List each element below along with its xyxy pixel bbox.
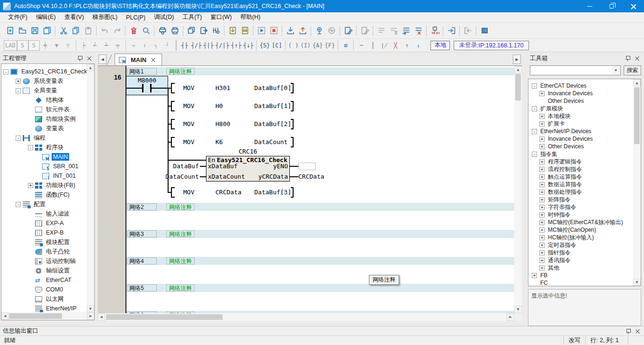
menu-plc[interactable]: PLC(P) (122, 13, 150, 22)
tree-item-fb-instance[interactable]: 功能块实例 (28, 114, 77, 124)
wire-up-button[interactable]: ↑ (139, 40, 151, 51)
network-label[interactable]: 网络3 (127, 230, 157, 237)
expander-icon[interactable] (28, 183, 33, 188)
set-coil-button[interactable]: {S} (259, 40, 271, 51)
expander-icon[interactable] (16, 202, 21, 207)
step-s2-button[interactable]: S (28, 40, 40, 51)
network-5-header[interactable]: 网络5 网络注释 (126, 284, 514, 292)
contact-open-button[interactable]: ┤├ (179, 40, 190, 51)
toolbox-item-fc[interactable]: FC (532, 279, 549, 286)
expander-icon[interactable] (16, 88, 21, 93)
vscroll-thumb[interactable] (515, 74, 521, 100)
network-2-header[interactable]: 网络2 网络注释 (126, 203, 514, 211)
expander-icon[interactable] (539, 182, 545, 187)
wire-right-button[interactable]: → (128, 40, 139, 51)
upload-button[interactable] (296, 25, 309, 37)
copy-button[interactable] (70, 25, 82, 37)
insert-node-button[interactable]: ╪ (40, 40, 51, 51)
scroll-right-icon[interactable]: ▶ (87, 312, 94, 320)
application-instruction-button[interactable]: {A} (312, 40, 324, 51)
hscroll-thumb[interactable] (106, 314, 223, 320)
tree-item-com0[interactable]: COM0 (28, 285, 64, 294)
contact-closed-button[interactable]: ┤/├ (190, 40, 203, 51)
pin-icon[interactable] (77, 55, 83, 62)
instruction-dst[interactable]: DataBuf[1] (254, 102, 291, 109)
instruction-op[interactable]: MOV (183, 102, 194, 109)
inverted-coil-button[interactable]: (I) (299, 40, 312, 51)
chevron-down-icon[interactable]: ▼ (612, 66, 620, 74)
variable-monitor-button[interactable] (210, 25, 222, 37)
insert-row-button[interactable] (400, 25, 412, 37)
instruction-op[interactable]: MOV (183, 189, 194, 196)
contact-down-pulse-button[interactable]: ┤↓├ (242, 40, 255, 51)
instruction-op[interactable]: MOV (183, 138, 194, 145)
expander-icon[interactable] (539, 136, 545, 142)
instruction-src[interactable]: H301 (215, 84, 230, 91)
tree-item-axis-group[interactable]: 轴组设置 (28, 266, 71, 275)
expander-icon[interactable] (532, 152, 537, 157)
monitor-button[interactable] (313, 25, 325, 37)
toolbox-item-other[interactable]: 其他 (539, 264, 561, 272)
expander-icon[interactable] (532, 273, 537, 278)
lad-mode-button[interactable]: LAD (4, 40, 17, 51)
toolbox-item-inovance-devices[interactable]: Inovance Devices (539, 135, 594, 143)
network-label[interactable]: 网络4 (127, 257, 157, 264)
delete-line-button[interactable]: ∤ (378, 40, 390, 51)
contact-up-pulse-button[interactable]: ┤↑├ (230, 40, 242, 51)
counter-button[interactable]: [C] (271, 40, 283, 51)
scroll-left-icon[interactable]: ◀ (1, 312, 9, 320)
instruction-src[interactable]: H800 (215, 120, 230, 127)
expander-icon[interactable] (539, 258, 545, 263)
menu-edit[interactable]: 编辑(E) (32, 12, 60, 22)
delete-element-button[interactable]: ╳ (390, 40, 401, 51)
expander-icon[interactable] (532, 106, 537, 111)
expander-icon[interactable] (539, 235, 545, 240)
pin-icon[interactable] (625, 55, 631, 62)
redo-button[interactable] (111, 25, 123, 37)
tree-item-ethernet-ip[interactable]: EtherNet/IP (28, 304, 78, 313)
menu-tools[interactable]: 工具(T) (178, 12, 206, 22)
tree-item-program-blocks[interactable]: 程序块 (28, 143, 65, 152)
compile-button[interactable] (226, 25, 239, 37)
toolbox-item-ethercat-devices[interactable]: EtherCAT Devices (532, 82, 588, 90)
tree-item-ethernet[interactable]: 以太网 (28, 294, 65, 304)
tree-item-cam[interactable]: 电子凸轮 (28, 247, 71, 256)
export-page-button[interactable] (197, 25, 210, 37)
menu-debug[interactable]: 调试(D) (150, 12, 178, 22)
tree-item-global-vars[interactable]: 全局变量 (16, 86, 59, 95)
stop-button[interactable] (268, 25, 280, 37)
instruction-dst[interactable]: DataBuf[0] (254, 84, 291, 91)
expander-icon[interactable] (539, 121, 545, 127)
download-button[interactable] (284, 25, 296, 37)
tree-item-config[interactable]: 配置 (16, 200, 47, 209)
login-button[interactable] (445, 25, 457, 37)
expander-icon[interactable] (539, 190, 545, 195)
toolbox-item-inovance-devices[interactable]: Inovance Devices (539, 90, 594, 97)
editor-vscroll[interactable]: ▲ ▼ (514, 66, 522, 313)
expander-icon[interactable] (16, 136, 21, 141)
tree-item-fc[interactable]: 函数(FC) (28, 190, 71, 200)
scroll-left-icon[interactable]: ◀ (98, 313, 105, 321)
scroll-up-icon[interactable]: ▲ (633, 79, 641, 86)
scroll-up-icon[interactable]: ▲ (514, 66, 522, 73)
branch-open-button[interactable]: ┝ (78, 40, 89, 51)
fblock-out2-var[interactable]: CRCData (298, 173, 324, 180)
tree-item-exp-b[interactable]: EXP-B (28, 228, 65, 237)
network-label[interactable]: 网络5 (127, 284, 157, 291)
h-line-button[interactable]: ─ (356, 40, 367, 51)
close-button[interactable] (622, 0, 644, 12)
instruction-src[interactable]: K6 (215, 138, 223, 145)
instruction-src[interactable]: CRCData (215, 189, 242, 196)
instruction-src[interactable]: H0 (215, 102, 223, 109)
cascade-windows-button[interactable] (185, 25, 197, 37)
login-status[interactable]: 未登录:IP:192.168.1.170 (454, 41, 528, 50)
new-file-button[interactable] (4, 25, 16, 37)
project-vscroll[interactable] (87, 64, 94, 312)
toolbox-item-ethernetip-devices[interactable]: EtherNet/IP Devices (532, 127, 593, 135)
network-4-header[interactable]: 网络4 网络注释 (126, 257, 514, 265)
branch-rail-button[interactable]: ╤ (112, 40, 124, 51)
tree-item-ethercat[interactable]: EtherCAT (28, 275, 73, 285)
expander-icon[interactable] (539, 243, 545, 248)
tab-scroll-right-button[interactable]: ▶ (513, 54, 521, 64)
hscroll-thumb[interactable] (9, 313, 62, 319)
